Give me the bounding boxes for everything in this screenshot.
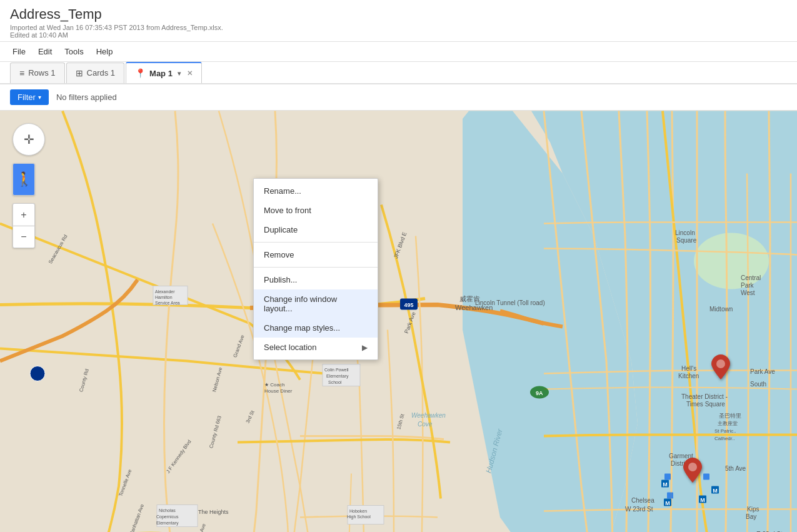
svg-text:House Diner: House Diner xyxy=(264,388,293,394)
tab-cards1-label: Cards 1 xyxy=(87,68,116,78)
svg-text:9A: 9A xyxy=(536,390,543,396)
map-pin-icon: 📍 xyxy=(135,68,146,78)
svg-point-114 xyxy=(716,359,725,368)
context-menu: Rename... Move to front Duplicate Remove… xyxy=(253,178,378,360)
svg-text:M: M xyxy=(713,488,718,494)
svg-text:St Patric..: St Patric.. xyxy=(714,428,736,434)
map-pin-1[interactable] xyxy=(711,354,730,381)
header: Address_Temp Imported at Wed Jan 16 07:3… xyxy=(0,0,797,42)
tab-cards1[interactable]: ⊞ Cards 1 xyxy=(66,63,125,83)
menu-item-change-info-window-label: Change info window layout... xyxy=(264,294,368,313)
svg-text:Nicholas: Nicholas xyxy=(159,508,176,513)
map-svg: Lincoln Tunnel (Toll road) 9A 9A 495 威霍肯… xyxy=(0,111,797,532)
tab-dropdown-arrow: ▾ xyxy=(178,70,181,77)
svg-text:Midtown: Midtown xyxy=(709,306,733,313)
svg-text:Square: Square xyxy=(676,237,697,244)
svg-text:主教座堂: 主教座堂 xyxy=(718,421,738,426)
svg-point-115 xyxy=(688,463,697,471)
svg-text:Cove: Cove xyxy=(418,421,433,428)
nav-edit[interactable]: Edit xyxy=(36,46,54,58)
menu-divider-2 xyxy=(254,267,378,268)
menu-item-change-map-styles[interactable]: Change map styles... xyxy=(254,318,378,338)
menu-item-duplicate-label: Duplicate xyxy=(264,225,298,234)
navbar: File Edit Tools Help xyxy=(0,42,797,62)
svg-text:M: M xyxy=(663,481,668,488)
pegman-control[interactable]: 🚶 xyxy=(13,163,35,196)
svg-text:Park: Park xyxy=(741,282,754,289)
menu-item-remove-label: Remove xyxy=(264,250,294,259)
menu-divider-1 xyxy=(254,242,378,243)
filter-button-label: Filter xyxy=(18,93,36,102)
filter-bar: Filter ▾ No filters applied xyxy=(0,84,797,111)
tab-rows1-label: Rows 1 xyxy=(28,68,55,78)
map-background: Lincoln Tunnel (Toll road) 9A 9A 495 威霍肯… xyxy=(0,111,797,532)
nav-help[interactable]: Help xyxy=(94,46,116,58)
svg-text:Times Square: Times Square xyxy=(686,401,725,408)
menu-item-move-to-front[interactable]: Move to front xyxy=(254,201,378,220)
map-controls: ✛ 🚶 + − xyxy=(13,123,45,248)
svg-text:圣巴特里: 圣巴特里 xyxy=(719,413,741,419)
menu-item-rename-label: Rename... xyxy=(264,186,301,196)
svg-text:Chelsea: Chelsea xyxy=(631,497,654,504)
filter-button[interactable]: Filter ▾ xyxy=(10,89,49,105)
svg-text:Alexander: Alexander xyxy=(155,289,175,294)
svg-text:Elementary: Elementary xyxy=(326,374,349,379)
svg-text:Weehawken: Weehawken xyxy=(455,304,493,311)
pan-control[interactable]: ✛ xyxy=(13,123,45,156)
svg-text:High School: High School xyxy=(347,514,371,519)
tab-rows1[interactable]: ≡ Rows 1 xyxy=(10,63,65,83)
zoom-in-button[interactable]: + xyxy=(13,203,35,226)
menu-item-select-location[interactable]: Select location ▶ xyxy=(254,338,378,357)
tab-map1[interactable]: 📍 Map 1 ▾ ✕ xyxy=(126,62,202,83)
svg-text:Kips: Kips xyxy=(747,506,759,513)
menu-item-rename[interactable]: Rename... xyxy=(254,181,378,201)
map-container[interactable]: Lincoln Tunnel (Toll road) 9A 9A 495 威霍肯… xyxy=(0,111,797,532)
menu-item-publish[interactable]: Publish... xyxy=(254,270,378,289)
svg-text:Hamilton: Hamilton xyxy=(155,295,173,299)
zoom-out-button[interactable]: − xyxy=(13,226,35,248)
menu-item-change-map-styles-label: Change map styles... xyxy=(264,323,340,333)
svg-text:Cathedr..: Cathedr.. xyxy=(714,436,734,441)
svg-text:Park Ave: Park Ave xyxy=(750,368,775,375)
submenu-arrow-icon: ▶ xyxy=(362,343,368,352)
svg-text:Elementary: Elementary xyxy=(156,521,179,526)
filter-dropdown-icon: ▾ xyxy=(38,94,41,101)
menu-item-duplicate[interactable]: Duplicate xyxy=(254,220,378,239)
svg-text:West: West xyxy=(741,289,755,296)
menu-item-select-location-label: Select location xyxy=(264,343,317,352)
svg-text:Kitchen: Kitchen xyxy=(678,373,699,379)
tab-close-icon[interactable]: ✕ xyxy=(187,69,193,78)
svg-point-6 xyxy=(30,366,45,381)
tabs: ≡ Rows 1 ⊞ Cards 1 📍 Map 1 ▾ ✕ xyxy=(0,62,797,84)
svg-text:威霍肯: 威霍肯 xyxy=(459,295,480,303)
menu-item-publish-label: Publish... xyxy=(264,275,297,284)
zoom-controls: + − xyxy=(13,203,45,248)
menu-item-remove[interactable]: Remove xyxy=(254,245,378,264)
svg-text:495: 495 xyxy=(404,302,413,308)
svg-text:School: School xyxy=(328,380,342,384)
svg-text:Lincoln: Lincoln xyxy=(675,229,695,236)
svg-text:Bay: Bay xyxy=(746,513,756,520)
svg-text:5th Ave: 5th Ave xyxy=(725,465,746,472)
svg-text:Hoboken: Hoboken xyxy=(349,509,367,513)
nav-file[interactable]: File xyxy=(10,46,28,58)
svg-text:Central: Central xyxy=(741,274,761,281)
svg-text:South: South xyxy=(750,381,766,388)
nav-tools[interactable]: Tools xyxy=(62,46,86,58)
tab-map1-label: Map 1 xyxy=(149,69,173,78)
svg-text:M: M xyxy=(700,497,705,503)
menu-item-change-info-window[interactable]: Change info window layout... xyxy=(254,289,378,318)
svg-rect-109 xyxy=(664,474,671,480)
svg-text:Hell's: Hell's xyxy=(681,365,696,372)
app-subtitle: Imported at Wed Jan 16 07:35:43 PST 2013… xyxy=(10,24,787,39)
svg-rect-112 xyxy=(667,493,673,499)
menu-item-move-to-front-label: Move to front xyxy=(264,206,311,215)
svg-text:M: M xyxy=(665,500,670,506)
app-title: Address_Temp xyxy=(10,6,787,23)
svg-text:W 23rd St: W 23rd St xyxy=(625,506,653,513)
svg-text:Weehawken: Weehawken xyxy=(411,412,446,419)
svg-text:Copernicus: Copernicus xyxy=(156,514,179,519)
map-pin-2[interactable] xyxy=(683,458,702,484)
svg-text:★ Coach: ★ Coach xyxy=(264,382,284,388)
svg-text:Theater District -: Theater District - xyxy=(681,393,728,400)
